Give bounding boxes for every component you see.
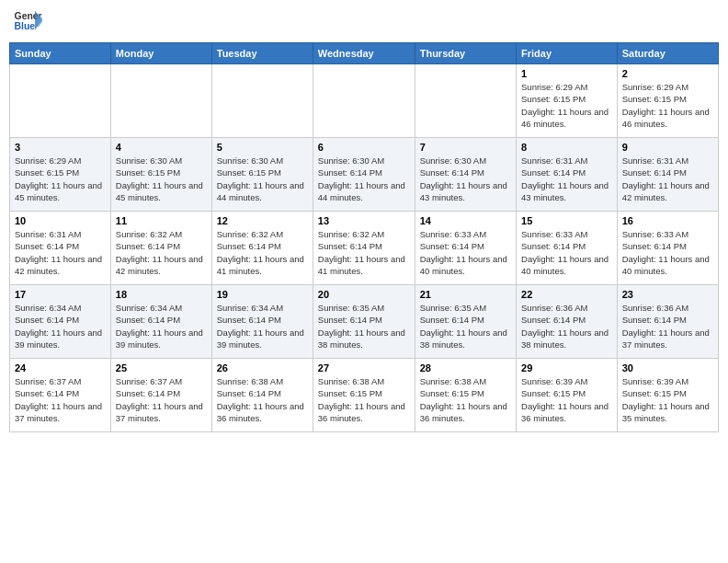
day-number: 26 bbox=[217, 362, 308, 373]
day-info: Sunrise: 6:34 AM Sunset: 6:14 PM Dayligh… bbox=[116, 302, 207, 350]
day-cell: 21Sunrise: 6:35 AM Sunset: 6:14 PM Dayli… bbox=[415, 285, 516, 359]
day-number: 28 bbox=[420, 362, 511, 373]
day-number: 24 bbox=[15, 362, 106, 373]
day-number: 27 bbox=[318, 362, 410, 373]
day-cell: 14Sunrise: 6:33 AM Sunset: 6:14 PM Dayli… bbox=[415, 212, 516, 285]
day-cell: 19Sunrise: 6:34 AM Sunset: 6:14 PM Dayli… bbox=[211, 285, 313, 359]
col-header-tuesday: Tuesday bbox=[211, 43, 313, 64]
day-cell: 18Sunrise: 6:34 AM Sunset: 6:14 PM Dayli… bbox=[110, 285, 211, 359]
day-cell: 2Sunrise: 6:29 AM Sunset: 6:15 PM Daylig… bbox=[617, 64, 718, 138]
day-number: 14 bbox=[420, 215, 511, 226]
day-info: Sunrise: 6:30 AM Sunset: 6:14 PM Dayligh… bbox=[318, 155, 410, 203]
day-cell bbox=[211, 64, 313, 138]
day-info: Sunrise: 6:33 AM Sunset: 6:14 PM Dayligh… bbox=[622, 228, 713, 277]
day-number: 22 bbox=[521, 289, 612, 300]
day-info: Sunrise: 6:30 AM Sunset: 6:14 PM Dayligh… bbox=[420, 155, 511, 203]
day-cell bbox=[415, 64, 516, 138]
day-cell: 4Sunrise: 6:30 AM Sunset: 6:15 PM Daylig… bbox=[110, 138, 211, 212]
day-cell: 15Sunrise: 6:33 AM Sunset: 6:14 PM Dayli… bbox=[517, 212, 618, 285]
day-cell bbox=[10, 64, 111, 138]
logo-icon: General Blue bbox=[13, 9, 42, 35]
day-number: 16 bbox=[622, 215, 713, 226]
day-cell: 20Sunrise: 6:35 AM Sunset: 6:14 PM Dayli… bbox=[313, 285, 415, 359]
day-info: Sunrise: 6:31 AM Sunset: 6:14 PM Dayligh… bbox=[521, 155, 612, 203]
day-cell: 25Sunrise: 6:37 AM Sunset: 6:14 PM Dayli… bbox=[110, 359, 211, 432]
page-header: General Blue bbox=[9, 9, 719, 35]
day-cell: 9Sunrise: 6:31 AM Sunset: 6:14 PM Daylig… bbox=[617, 138, 718, 212]
day-info: Sunrise: 6:38 AM Sunset: 6:15 PM Dayligh… bbox=[420, 375, 511, 424]
day-number: 10 bbox=[15, 215, 106, 226]
week-row-1: 1Sunrise: 6:29 AM Sunset: 6:15 PM Daylig… bbox=[10, 64, 719, 138]
day-cell: 11Sunrise: 6:32 AM Sunset: 6:14 PM Dayli… bbox=[110, 212, 211, 285]
col-header-monday: Monday bbox=[110, 43, 211, 64]
day-number: 29 bbox=[521, 362, 612, 373]
day-cell: 10Sunrise: 6:31 AM Sunset: 6:14 PM Dayli… bbox=[10, 212, 111, 285]
day-info: Sunrise: 6:32 AM Sunset: 6:14 PM Dayligh… bbox=[116, 228, 207, 277]
day-info: Sunrise: 6:37 AM Sunset: 6:14 PM Dayligh… bbox=[116, 375, 207, 424]
day-number: 2 bbox=[622, 68, 713, 79]
day-number: 12 bbox=[217, 215, 308, 226]
day-number: 30 bbox=[622, 362, 713, 373]
day-cell: 7Sunrise: 6:30 AM Sunset: 6:14 PM Daylig… bbox=[415, 138, 516, 212]
day-number: 4 bbox=[116, 142, 207, 153]
day-info: Sunrise: 6:38 AM Sunset: 6:14 PM Dayligh… bbox=[217, 375, 308, 424]
day-number: 19 bbox=[217, 289, 308, 300]
day-cell: 8Sunrise: 6:31 AM Sunset: 6:14 PM Daylig… bbox=[517, 138, 618, 212]
day-cell bbox=[313, 64, 415, 138]
day-cell: 28Sunrise: 6:38 AM Sunset: 6:15 PM Dayli… bbox=[415, 359, 516, 432]
day-cell: 24Sunrise: 6:37 AM Sunset: 6:14 PM Dayli… bbox=[10, 359, 111, 432]
day-number: 18 bbox=[116, 289, 207, 300]
day-cell: 12Sunrise: 6:32 AM Sunset: 6:14 PM Dayli… bbox=[211, 212, 313, 285]
day-info: Sunrise: 6:29 AM Sunset: 6:15 PM Dayligh… bbox=[622, 81, 713, 130]
col-header-sunday: Sunday bbox=[10, 43, 111, 64]
day-number: 1 bbox=[521, 68, 612, 79]
day-number: 9 bbox=[622, 142, 713, 153]
day-info: Sunrise: 6:29 AM Sunset: 6:15 PM Dayligh… bbox=[15, 155, 106, 203]
day-number: 20 bbox=[318, 289, 410, 300]
week-row-5: 24Sunrise: 6:37 AM Sunset: 6:14 PM Dayli… bbox=[10, 359, 719, 432]
day-info: Sunrise: 6:30 AM Sunset: 6:15 PM Dayligh… bbox=[217, 155, 308, 203]
day-info: Sunrise: 6:38 AM Sunset: 6:15 PM Dayligh… bbox=[318, 375, 410, 424]
day-info: Sunrise: 6:39 AM Sunset: 6:15 PM Dayligh… bbox=[622, 375, 713, 424]
day-number: 8 bbox=[521, 142, 612, 153]
day-cell: 13Sunrise: 6:32 AM Sunset: 6:14 PM Dayli… bbox=[313, 212, 415, 285]
calendar-table: SundayMondayTuesdayWednesdayThursdayFrid… bbox=[9, 42, 719, 432]
day-cell: 17Sunrise: 6:34 AM Sunset: 6:14 PM Dayli… bbox=[10, 285, 111, 359]
day-info: Sunrise: 6:32 AM Sunset: 6:14 PM Dayligh… bbox=[217, 228, 308, 277]
day-info: Sunrise: 6:36 AM Sunset: 6:14 PM Dayligh… bbox=[521, 302, 612, 350]
day-cell bbox=[110, 64, 211, 138]
day-number: 6 bbox=[318, 142, 410, 153]
logo: General Blue bbox=[13, 9, 42, 35]
col-header-wednesday: Wednesday bbox=[313, 43, 415, 64]
day-info: Sunrise: 6:39 AM Sunset: 6:15 PM Dayligh… bbox=[521, 375, 612, 424]
day-cell: 27Sunrise: 6:38 AM Sunset: 6:15 PM Dayli… bbox=[313, 359, 415, 432]
day-number: 11 bbox=[116, 215, 207, 226]
day-cell: 1Sunrise: 6:29 AM Sunset: 6:15 PM Daylig… bbox=[517, 64, 618, 138]
day-info: Sunrise: 6:33 AM Sunset: 6:14 PM Dayligh… bbox=[420, 228, 511, 277]
day-number: 25 bbox=[116, 362, 207, 373]
day-info: Sunrise: 6:36 AM Sunset: 6:14 PM Dayligh… bbox=[622, 302, 713, 350]
day-number: 3 bbox=[15, 142, 106, 153]
day-info: Sunrise: 6:31 AM Sunset: 6:14 PM Dayligh… bbox=[15, 228, 106, 277]
day-info: Sunrise: 6:35 AM Sunset: 6:14 PM Dayligh… bbox=[318, 302, 410, 350]
day-number: 15 bbox=[521, 215, 612, 226]
day-info: Sunrise: 6:34 AM Sunset: 6:14 PM Dayligh… bbox=[217, 302, 308, 350]
day-cell: 3Sunrise: 6:29 AM Sunset: 6:15 PM Daylig… bbox=[10, 138, 111, 212]
day-number: 21 bbox=[420, 289, 511, 300]
day-number: 13 bbox=[318, 215, 410, 226]
day-info: Sunrise: 6:31 AM Sunset: 6:14 PM Dayligh… bbox=[622, 155, 713, 203]
week-row-3: 10Sunrise: 6:31 AM Sunset: 6:14 PM Dayli… bbox=[10, 212, 719, 285]
day-info: Sunrise: 6:35 AM Sunset: 6:14 PM Dayligh… bbox=[420, 302, 511, 350]
day-info: Sunrise: 6:37 AM Sunset: 6:14 PM Dayligh… bbox=[15, 375, 106, 424]
day-cell: 16Sunrise: 6:33 AM Sunset: 6:14 PM Dayli… bbox=[617, 212, 718, 285]
day-cell: 30Sunrise: 6:39 AM Sunset: 6:15 PM Dayli… bbox=[617, 359, 718, 432]
week-row-4: 17Sunrise: 6:34 AM Sunset: 6:14 PM Dayli… bbox=[10, 285, 719, 359]
col-header-friday: Friday bbox=[517, 43, 618, 64]
day-cell: 6Sunrise: 6:30 AM Sunset: 6:14 PM Daylig… bbox=[313, 138, 415, 212]
day-number: 7 bbox=[420, 142, 511, 153]
col-header-thursday: Thursday bbox=[415, 43, 516, 64]
day-cell: 29Sunrise: 6:39 AM Sunset: 6:15 PM Dayli… bbox=[517, 359, 618, 432]
day-info: Sunrise: 6:30 AM Sunset: 6:15 PM Dayligh… bbox=[116, 155, 207, 203]
day-number: 5 bbox=[217, 142, 308, 153]
day-cell: 5Sunrise: 6:30 AM Sunset: 6:15 PM Daylig… bbox=[211, 138, 313, 212]
